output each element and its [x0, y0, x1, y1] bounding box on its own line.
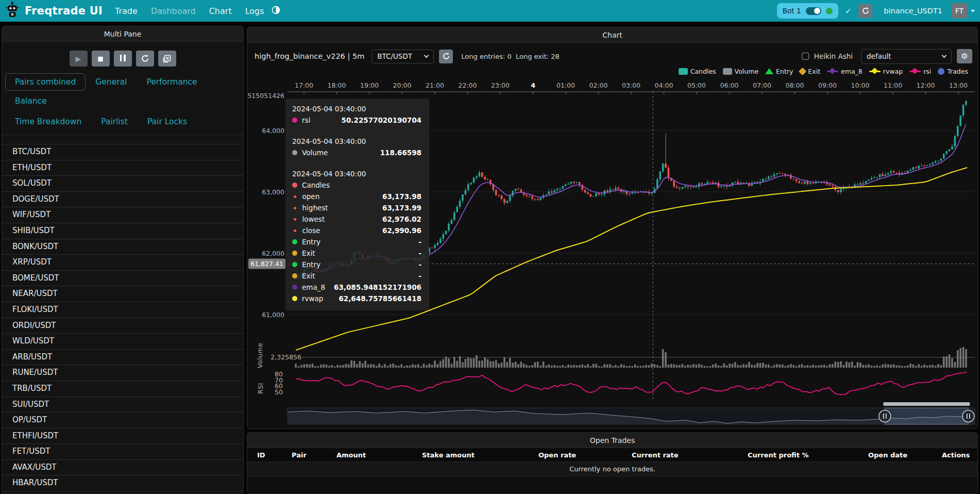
svg-text:03:00: 03:00 — [622, 81, 640, 89]
datazoom-top-bar[interactable] — [883, 402, 970, 406]
pair-item-doge[interactable]: DOGE/USDT — [2, 192, 243, 208]
candles-swatch-icon — [679, 68, 688, 75]
reload-button[interactable] — [136, 51, 154, 67]
pair-item-ordi[interactable]: ORDI/USDT — [2, 318, 243, 334]
series-dot-icon — [292, 251, 297, 256]
legend-item-volume[interactable]: Volume — [723, 68, 759, 75]
pair-item-op[interactable]: OP/USDT — [2, 413, 243, 429]
nav-item-dashboard[interactable]: Dashboard — [151, 6, 196, 16]
pair-item-avax[interactable]: AVAX/USDT — [2, 460, 243, 476]
nav-item-chart[interactable]: Chart — [209, 6, 232, 16]
pair-item-bonk[interactable]: BONK/USDT — [2, 239, 243, 255]
tooltip-timestamp: 2024-05-04 03:40:00 — [292, 168, 421, 179]
tab-general[interactable]: General — [86, 73, 137, 91]
pair-item-rndr[interactable]: RNDR/USDT — [2, 491, 243, 494]
pair-item-bome[interactable]: BOME/USDT — [2, 271, 243, 287]
column-header-actions: Actions — [942, 451, 977, 459]
legend-item-entry[interactable]: Entry — [765, 68, 793, 75]
pair-item-btc[interactable]: BTC/USDT — [2, 144, 243, 160]
force-exit-button[interactable] — [158, 51, 176, 67]
svg-text:23:00: 23:00 — [491, 81, 510, 89]
pause-button[interactable] — [114, 51, 132, 67]
rsi-line-icon — [909, 68, 921, 74]
chart-toolbar: high_frog_binance_v226 | 5m BTC/USDT Lon… — [255, 48, 972, 64]
pair-item-shib[interactable]: SHIB/USDT — [2, 223, 243, 239]
datazoom-window[interactable] — [885, 408, 968, 424]
nav-item-logs[interactable]: Logs — [245, 6, 264, 16]
series-dot-icon — [292, 285, 297, 290]
svg-text:18:00: 18:00 — [327, 81, 346, 89]
pair-item-xrp[interactable]: XRP/USDT — [2, 255, 243, 271]
tab-performance[interactable]: Performance — [137, 73, 207, 91]
svg-text:64,000: 64,000 — [262, 127, 284, 135]
stop-button[interactable]: ■ — [92, 51, 110, 67]
svg-text:515051426: 515051426 — [247, 92, 284, 100]
tooltip-row-entry: Entry - — [292, 236, 421, 248]
legend-item-ema_8[interactable]: ema_8 — [827, 68, 863, 75]
svg-text:07:00: 07:00 — [753, 81, 771, 89]
bot-online-indicator — [826, 8, 833, 14]
bot-toggle-switch[interactable] — [806, 7, 821, 15]
pair-item-arb[interactable]: ARB/USDT — [2, 350, 243, 366]
legend-item-candles[interactable]: Candles — [679, 68, 716, 75]
pair-item-rune[interactable]: RUNE/USDT — [2, 365, 243, 381]
pair-select[interactable]: BTC/USDT — [371, 50, 434, 63]
bot-selector-badge[interactable]: Bot 1 — [777, 3, 838, 19]
tooltip-row-close: close 62,990.96 — [292, 225, 421, 236]
plot-config-select[interactable]: default — [861, 49, 952, 64]
open-trades-empty-message: Currently no open trades. — [247, 462, 977, 476]
svg-text:06:00: 06:00 — [720, 81, 738, 89]
datazoom-handle-left[interactable] — [879, 410, 891, 422]
pair-item-eth[interactable]: ETH/USDT — [2, 160, 243, 176]
nav-menu: TradeDashboardChartLogs — [115, 6, 264, 16]
pair-item-near[interactable]: NEAR/USDT — [2, 286, 243, 302]
play-button[interactable]: ▶ — [70, 51, 88, 67]
column-header-open-rate: Open rate — [538, 451, 632, 459]
pair-item-ethfi[interactable]: ETHFI/USDT — [2, 429, 243, 444]
nav-item-trade[interactable]: Trade — [115, 6, 138, 16]
legend-item-exit[interactable]: Exit — [800, 68, 820, 75]
series-dot-icon — [294, 207, 296, 209]
svg-text:62,000: 62,000 — [262, 250, 284, 257]
pair-item-floki[interactable]: FLOKI/USDT — [2, 302, 243, 318]
chart-panel: Chart high_frog_binance_v226 | 5m BTC/US… — [247, 27, 978, 429]
tab-balance[interactable]: Balance — [5, 92, 57, 110]
pair-list: BTC/USDTETH/USDTSOL/USDTDOGE/USDTWIF/USD… — [2, 144, 243, 494]
svg-text:50: 50 — [275, 388, 283, 396]
tooltip-timestamp: 2024-05-04 03:40:00 — [292, 136, 421, 147]
column-header-current-profit: Current profit % — [748, 451, 868, 459]
heikin-ashi-checkbox[interactable] — [802, 53, 809, 60]
column-header-id: ID — [257, 451, 292, 459]
theme-toggle-icon[interactable] — [272, 6, 280, 17]
user-avatar[interactable]: FT — [952, 3, 967, 19]
svg-text:21:00: 21:00 — [426, 81, 444, 89]
chart-refresh-button[interactable] — [439, 50, 453, 63]
pair-item-wld[interactable]: WLD/USDT — [2, 334, 243, 350]
open-trades-title: Open Trades — [247, 433, 977, 448]
pair-item-sui[interactable]: SUI/USDT — [2, 397, 243, 413]
tab-time-breakdown[interactable]: Time Breakdown — [5, 113, 91, 130]
pair-item-trb[interactable]: TRB/USDT — [2, 381, 243, 397]
datazoom-handle-right[interactable] — [962, 410, 974, 422]
tab-pairlist[interactable]: Pairlist — [91, 113, 138, 130]
column-header-current-rate: Current rate — [632, 451, 748, 459]
column-header-open-date: Open date — [868, 451, 942, 459]
pair-item-sol[interactable]: SOL/USDT — [2, 176, 243, 192]
chevron-down-icon — [942, 53, 947, 58]
chart-tooltip: 2024-05-04 03:40:00 rsi 50.2257702019070… — [285, 98, 429, 310]
plot-settings-button[interactable]: ⚙ — [957, 49, 972, 63]
legend-item-rvwap[interactable]: rvwap — [869, 68, 903, 75]
robot-logo-icon — [5, 2, 20, 20]
legend-item-rsi[interactable]: rsi — [909, 68, 931, 75]
volume-swatch-icon — [723, 68, 732, 75]
refresh-button[interactable] — [858, 4, 872, 18]
brand[interactable]: Freqtrade UI — [5, 2, 103, 20]
pair-item-hbar[interactable]: HBAR/USDT — [2, 475, 243, 491]
open-trades-table-header: IDPairAmountStake amountOpen rateCurrent… — [247, 448, 977, 462]
svg-text:11:00: 11:00 — [884, 81, 902, 89]
legend-item-trades[interactable]: Trades — [938, 68, 968, 75]
pair-item-wif[interactable]: WIF/USDT — [2, 207, 243, 223]
tab-pairs-combined[interactable]: Pairs combined — [5, 73, 86, 91]
pair-item-fet[interactable]: FET/USDT — [2, 444, 243, 460]
tab-pair-locks[interactable]: Pair Locks — [138, 113, 197, 130]
